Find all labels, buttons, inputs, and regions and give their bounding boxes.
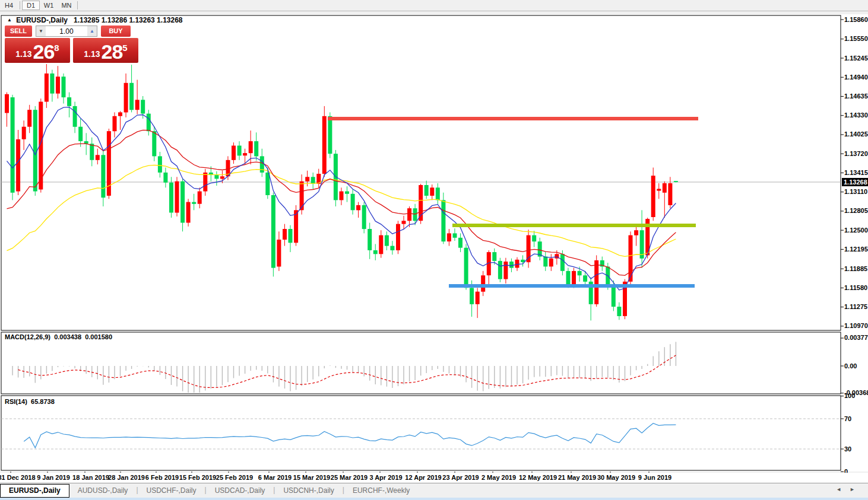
macd-signal-value: 0.001580 <box>85 333 112 340</box>
rsi-label: RSI(14) 65.8738 <box>5 398 55 405</box>
price-scale-label: 1.10970 <box>844 322 868 330</box>
ohlc-values: 1.13285 1.13286 1.13263 1.13268 <box>74 16 183 24</box>
window-bottom-strip <box>0 498 868 500</box>
buy-price-digits: 28 <box>102 42 123 62</box>
price-scale-label: 1.14330 <box>844 112 868 119</box>
price-scale-label: 1.14940 <box>844 74 868 81</box>
chart-tab-usdcnh[interactable]: USDCNH-,Daily <box>275 484 342 497</box>
date-axis-label: 9 Jun 2019 <box>638 474 671 481</box>
date-axis-label: 28 Jan 2019 <box>108 474 145 481</box>
price-scale-label: 1.13415 <box>844 169 868 177</box>
date-axis: 31 Dec 20189 Jan 201918 Jan 201928 Jan 2… <box>0 473 868 483</box>
volume-stepper: ▼ ▲ <box>36 26 97 37</box>
rsi-scale-label: 100 <box>844 392 855 400</box>
date-axis-label: 6 Feb 2019 <box>145 474 179 481</box>
price-scale-label: 1.12500 <box>844 227 868 234</box>
current-price-tag: 1.13268 <box>842 178 868 186</box>
date-axis-label: 25 Mar 2019 <box>331 474 368 481</box>
collapse-icon[interactable]: ▲ <box>7 17 12 23</box>
sell-price-prefix: 1.13 <box>15 46 31 62</box>
chart-tab-usdcad[interactable]: USDCAD-,Daily <box>207 484 274 497</box>
macd-main-value: 0.003438 <box>54 333 81 340</box>
buy-button[interactable]: BUY <box>101 26 131 37</box>
price-scale-label: 1.12805 <box>844 207 868 215</box>
price-chart-canvas[interactable] <box>0 0 868 500</box>
chart-tab-eurchf[interactable]: EURCHF-,Weekly <box>344 484 418 497</box>
price-scale-label: 1.11885 <box>844 265 867 273</box>
tab-scroll-arrows[interactable]: ◄► <box>836 486 863 492</box>
date-axis-label: 12 May 2019 <box>519 474 557 481</box>
price-scale-label: 1.15550 <box>844 35 868 43</box>
sell-price-digits: 26 <box>33 42 55 62</box>
date-axis-label: 30 May 2019 <box>597 474 635 481</box>
chart-tab-eurusd[interactable]: EURUSD-,Daily <box>0 484 69 498</box>
scroll-right-icon[interactable]: ► <box>850 486 863 492</box>
price-scale-label: 1.14025 <box>844 130 868 138</box>
date-axis-label: 25 Feb 2019 <box>216 474 253 481</box>
buy-price-pip: 5 <box>122 43 127 52</box>
macd-scale-label: 0.00 <box>844 362 857 370</box>
rsi-scale-label: 30 <box>844 445 851 453</box>
price-scale-label: 1.13110 <box>844 188 867 196</box>
sell-price-pip: 8 <box>54 43 59 52</box>
price-scale-label: 1.15860 <box>844 16 868 24</box>
macd-scale-label: 0.003777 <box>844 334 868 342</box>
macd-label: MACD(12,26,9) 0.003438 0.001580 <box>5 333 112 340</box>
buy-price-prefix: 1.13 <box>84 46 100 62</box>
volume-increase-icon[interactable]: ▲ <box>87 26 97 36</box>
buy-price-panel[interactable]: 1.13 28 5 <box>73 38 138 63</box>
date-axis-label: 3 Apr 2019 <box>369 474 402 481</box>
rsi-scale-label: 70 <box>844 415 851 423</box>
date-axis-label: 21 May 2019 <box>558 474 596 481</box>
sell-price-panel[interactable]: 1.13 26 8 <box>5 38 70 63</box>
date-axis-label: 18 Jan 2019 <box>72 474 109 481</box>
date-axis-label: 9 Jan 2019 <box>37 474 70 481</box>
date-axis-label: 6 Mar 2019 <box>258 474 292 481</box>
price-scale-label: 1.11580 <box>844 284 867 292</box>
chart-tab-audusd[interactable]: AUDUSD-,Daily <box>69 484 137 497</box>
date-axis-label: 23 Apr 2019 <box>442 474 479 481</box>
symbol-tab-bar: EURUSD-,DailyAUDUSD-,Daily|USDCHF-,Daily… <box>0 483 868 498</box>
date-axis-label: 31 Dec 2018 <box>0 474 36 481</box>
volume-decrease-icon[interactable]: ▼ <box>36 26 46 36</box>
rsi-value: 65.8738 <box>31 398 55 405</box>
chart-tab-usdchf[interactable]: USDCHF-,Daily <box>138 484 205 497</box>
price-scale-label: 1.11275 <box>844 303 867 311</box>
symbol-title: EURUSD-,Daily <box>16 16 68 24</box>
price-scale-label: 1.12195 <box>844 246 868 253</box>
scroll-left-icon[interactable]: ◄ <box>836 486 850 492</box>
price-scale-label: 1.15245 <box>844 55 868 62</box>
price-scale-label: 1.13720 <box>844 150 868 158</box>
date-axis-label: 2 May 2019 <box>481 474 516 481</box>
volume-input[interactable] <box>46 26 87 36</box>
one-click-trade-widget: SELL ▼ ▲ BUY 1.13 26 8 1.13 28 5 <box>5 26 139 63</box>
chart-header: ▲ EURUSD-,Daily 1.13285 1.13286 1.13263 … <box>7 16 183 24</box>
date-axis-label: 12 Apr 2019 <box>405 474 441 481</box>
date-axis-label: 15 Feb 2019 <box>179 474 216 481</box>
price-scale-label: 1.14635 <box>844 93 868 100</box>
sell-button[interactable]: SELL <box>5 26 32 37</box>
date-axis-label: 15 Mar 2019 <box>293 474 330 481</box>
